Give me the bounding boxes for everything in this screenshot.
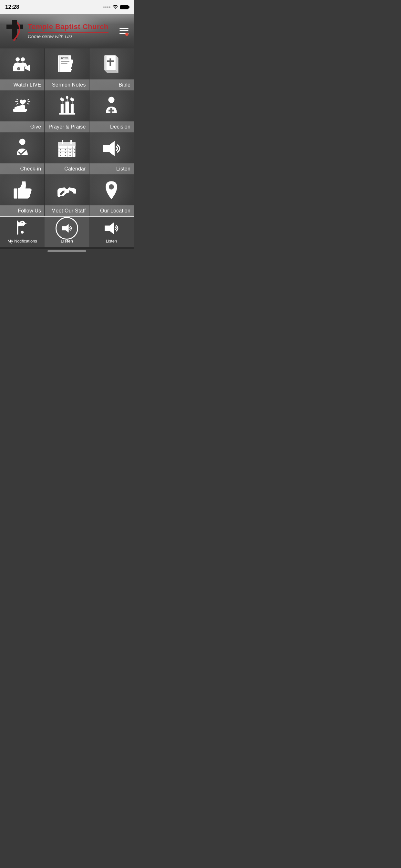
tab-listen-center[interactable]: Listen [44,217,89,247]
our-location-button[interactable]: Our Location [89,175,134,216]
listen-button[interactable]: Listen [89,132,134,175]
svg-marker-75 [62,224,69,233]
church-logo [5,20,25,42]
home-indicator [0,247,134,249]
hamburger-line-2 [120,30,128,31]
status-bar: 12:28 [0,0,134,14]
svg-point-74 [21,231,24,234]
menu-button[interactable] [114,24,128,38]
sermon-notes-button[interactable]: NOTES Sermon Notes [44,49,89,90]
bible-button[interactable]: Bible [89,49,134,90]
calendar-label: Calendar [44,163,89,175]
follow-us-label: Follow Us [0,206,44,216]
tab-notifications-label: My Notifications [7,239,37,244]
our-location-label: Our Location [89,206,134,216]
tab-bar: My Notifications Listen Listen [0,216,134,247]
grid-row-4: Follow Us Meet Our Staff [0,175,134,216]
speaker-circle-icon [61,222,73,234]
watch-live-button[interactable]: Watch LIVE [0,49,44,90]
status-time: 12:28 [5,4,19,10]
watch-live-label: Watch LIVE [0,80,44,90]
hamburger-line-1 [120,28,128,29]
tab-listen-right[interactable]: Listen [89,217,134,247]
grid-row-3: Check-in [0,132,134,175]
flag-notification-icon [14,220,30,237]
header: Temple Baptist Church Come Grow with Us! [0,14,134,49]
check-in-label: Check-in [0,163,44,175]
grid-row-2: Give [0,90,134,132]
listen-circle [56,217,78,240]
give-label: Give [0,121,44,132]
status-icons [103,4,128,10]
meet-staff-button[interactable]: Meet Our Staff [44,175,89,216]
bible-label: Bible [89,80,134,90]
svg-marker-76 [104,222,114,234]
decision-button[interactable]: Decision [89,90,134,132]
grid-row-1: Watch LIVE NOTES [0,49,134,90]
signal-dots-icon [103,6,111,8]
notifications-icon-area [14,219,30,237]
tab-listen-center-label: Listen [61,239,73,244]
prayer-praise-label: Prayer & Praise [44,121,89,132]
listen-center-icon-area [56,219,78,237]
church-name: Temple Baptist Church [28,23,109,31]
prayer-praise-button[interactable]: Prayer & Praise [44,90,89,132]
check-in-button[interactable]: Check-in [0,132,44,175]
church-tagline: Come Grow with Us! [28,34,109,39]
give-button[interactable]: Give [0,90,44,132]
main-grid: Watch LIVE NOTES [0,49,134,216]
calendar-button[interactable]: Calendar [44,132,89,175]
wifi-icon [112,4,118,10]
tab-notifications[interactable]: My Notifications [0,217,44,247]
speaker-right-icon [103,220,120,237]
svg-rect-1 [6,25,23,29]
battery-icon [120,5,128,9]
meet-staff-label: Meet Our Staff [44,206,89,216]
sermon-notes-label: Sermon Notes [44,80,89,90]
listen-right-icon-area [103,219,120,237]
listen-label: Listen [89,163,134,175]
follow-us-button[interactable]: Follow Us [0,175,44,216]
decision-label: Decision [89,121,134,132]
menu-notification-dot [125,33,128,36]
tab-listen-right-label: Listen [106,239,117,244]
